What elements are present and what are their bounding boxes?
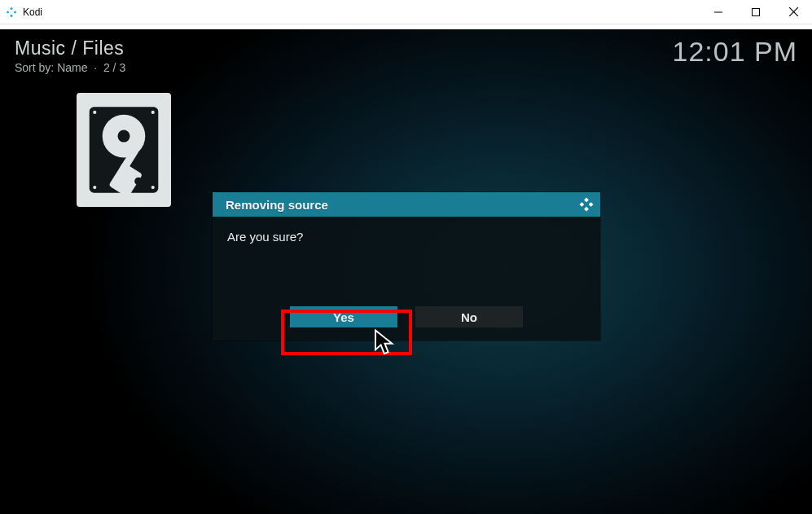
svg-point-13 — [134, 178, 142, 185]
minimize-button[interactable] — [700, 0, 737, 24]
kodi-app-icon — [5, 6, 18, 19]
kodi-header: Music / Files Sort by: Name · 2 / 3 — [15, 37, 125, 74]
dialog-buttons: Yes No — [213, 306, 600, 340]
window-titlebar: Kodi — [0, 0, 812, 24]
svg-rect-19 — [580, 202, 585, 207]
window-title: Kodi — [23, 7, 42, 18]
clock: 12:01 PM — [672, 36, 797, 68]
yes-button[interactable]: Yes — [290, 306, 397, 327]
svg-rect-2 — [14, 11, 17, 14]
dialog-title: Removing source — [226, 198, 328, 212]
confirm-dialog: Removing source Are you sure? Yes No — [213, 192, 600, 340]
dialog-header: Removing source — [213, 192, 600, 217]
breadcrumb: Music / Files — [15, 37, 125, 59]
kodi-main-window: Music / Files Sort by: Name · 2 / 3 12:0… — [0, 29, 812, 514]
svg-rect-18 — [584, 198, 589, 203]
svg-rect-3 — [10, 14, 13, 17]
svg-rect-5 — [753, 8, 760, 15]
sort-and-position: Sort by: Name · 2 / 3 — [15, 61, 125, 74]
svg-point-16 — [93, 186, 96, 189]
close-button[interactable] — [775, 0, 812, 24]
window-controls — [700, 0, 812, 24]
no-button[interactable]: No — [415, 306, 523, 327]
svg-point-15 — [151, 111, 155, 114]
svg-rect-20 — [589, 202, 594, 207]
svg-point-14 — [93, 111, 96, 114]
sort-label: Sort by: Name — [15, 61, 87, 74]
maximize-button[interactable] — [737, 0, 775, 24]
position-label: 2 / 3 — [103, 61, 125, 74]
hard-drive-icon — [77, 93, 171, 207]
dialog-message: Are you sure? — [213, 217, 600, 306]
svg-rect-0 — [10, 7, 13, 10]
svg-rect-21 — [584, 207, 589, 212]
svg-point-17 — [151, 186, 155, 189]
svg-rect-1 — [7, 11, 10, 14]
kodi-logo-icon — [579, 197, 594, 212]
svg-point-10 — [117, 130, 129, 143]
